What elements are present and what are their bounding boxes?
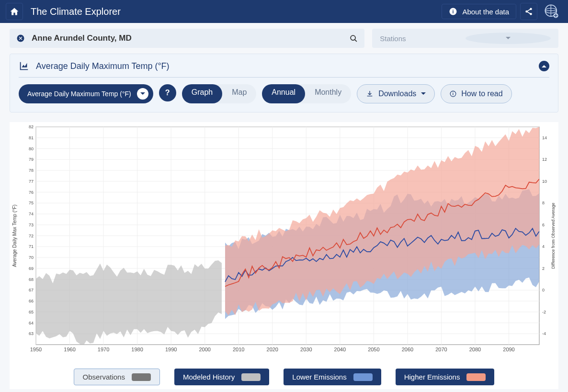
help-button[interactable]: ? <box>159 84 176 101</box>
monthly-toggle[interactable]: Monthly <box>305 84 351 103</box>
climate-chart[interactable]: 6364656667686970717273747576777879808182… <box>10 122 558 359</box>
svg-text:71: 71 <box>29 244 34 249</box>
svg-text:1950: 1950 <box>30 347 42 352</box>
svg-text:73: 73 <box>29 223 34 227</box>
svg-text:66: 66 <box>29 299 34 303</box>
home-button[interactable] <box>6 3 23 20</box>
clear-location-button[interactable] <box>16 34 25 43</box>
svg-text:2060: 2060 <box>402 347 413 352</box>
svg-text:Average Daily Max Temp (°F): Average Daily Max Temp (°F) <box>12 204 17 267</box>
svg-text:72: 72 <box>29 234 34 238</box>
annual-toggle[interactable]: Annual <box>262 84 305 103</box>
svg-text:4: 4 <box>542 244 545 249</box>
svg-text:0: 0 <box>542 288 545 292</box>
svg-text:2040: 2040 <box>334 347 346 352</box>
variable-label: Average Daily Maximum Temp (°F) <box>27 90 131 98</box>
period-toggle: Annual Monthly <box>262 84 351 103</box>
swatch-red <box>466 373 486 381</box>
location-search-button[interactable] <box>350 34 358 43</box>
svg-text:1990: 1990 <box>165 347 177 352</box>
app-header: The Climate Explorer i About the data <box>0 0 568 23</box>
location-bar: Anne Arundel County, MD <box>10 29 364 48</box>
legend-higher-emissions[interactable]: Higher Emissions <box>396 369 495 385</box>
svg-text:2: 2 <box>542 266 545 271</box>
svg-point-9 <box>351 35 355 40</box>
legend-modeled-history[interactable]: Modeled History <box>174 369 269 385</box>
svg-text:75: 75 <box>29 201 34 205</box>
svg-text:2020: 2020 <box>267 347 278 352</box>
chart-legend: Observations Modeled History Lower Emiss… <box>10 359 558 389</box>
svg-text:2090: 2090 <box>503 347 514 352</box>
chevron-down-icon <box>137 88 148 100</box>
svg-text:14: 14 <box>542 135 547 140</box>
svg-text:68: 68 <box>29 277 34 282</box>
svg-text:70: 70 <box>29 255 34 260</box>
panel-collapse-button[interactable] <box>539 61 549 71</box>
svg-text:2000: 2000 <box>199 347 210 352</box>
panel-title: Average Daily Maximum Temp (°F) <box>36 61 532 71</box>
svg-text:Difference from Observed Avera: Difference from Observed Average <box>551 202 556 269</box>
legend-lower-label: Lower Emissions <box>292 373 346 381</box>
svg-text:63: 63 <box>29 331 34 336</box>
map-toggle[interactable]: Map <box>222 84 256 103</box>
globe-settings-button[interactable] <box>541 3 562 20</box>
chevron-down-icon <box>466 33 551 44</box>
svg-text:12: 12 <box>542 157 547 162</box>
graph-toggle[interactable]: Graph <box>182 84 222 103</box>
share-button[interactable] <box>520 3 537 20</box>
close-circle-icon <box>16 34 25 43</box>
chevron-up-icon <box>542 65 546 67</box>
about-label: About the data <box>462 8 509 16</box>
home-icon <box>10 7 19 16</box>
location-name: Anne Arundel County, MD <box>32 34 350 43</box>
chevron-down-icon <box>421 92 426 95</box>
legend-obs-label: Observations <box>83 373 125 381</box>
legend-observations[interactable]: Observations <box>74 369 160 385</box>
about-data-button[interactable]: i About the data <box>442 4 516 19</box>
svg-text:76: 76 <box>29 190 34 195</box>
svg-text:8: 8 <box>542 201 545 205</box>
svg-text:2030: 2030 <box>300 347 312 352</box>
swatch-lightgray <box>241 373 261 381</box>
svg-text:69: 69 <box>29 266 34 271</box>
svg-text:2070: 2070 <box>435 347 447 352</box>
svg-text:81: 81 <box>29 135 34 140</box>
svg-text:i: i <box>453 9 454 14</box>
how-to-read-label: How to read <box>461 90 502 98</box>
chart-line-icon <box>19 61 29 71</box>
svg-text:1980: 1980 <box>131 347 143 352</box>
panel-header: Average Daily Maximum Temp (°F) <box>19 61 549 78</box>
question-icon: ? <box>165 89 170 97</box>
svg-text:i: i <box>453 92 454 96</box>
svg-text:1970: 1970 <box>98 347 109 352</box>
legend-modeled-label: Modeled History <box>183 373 235 381</box>
downloads-label: Downloads <box>378 90 416 98</box>
svg-text:77: 77 <box>29 179 34 184</box>
info-icon: i <box>449 7 457 16</box>
downloads-button[interactable]: Downloads <box>357 84 435 103</box>
svg-text:2080: 2080 <box>469 347 481 352</box>
app-title: The Climate Explorer <box>31 6 442 17</box>
how-to-read-button[interactable]: i How to read <box>441 84 511 103</box>
svg-text:67: 67 <box>29 288 34 292</box>
swatch-gray <box>132 373 151 381</box>
chart-container: 6364656667686970717273747576777879808182… <box>10 122 558 389</box>
svg-text:2050: 2050 <box>368 347 379 352</box>
stations-dropdown[interactable]: Stations <box>372 29 558 48</box>
top-search-row: Anne Arundel County, MD Stations <box>0 23 568 54</box>
svg-text:10: 10 <box>542 179 547 184</box>
svg-text:64: 64 <box>29 321 34 325</box>
legend-lower-emissions[interactable]: Lower Emissions <box>284 369 381 385</box>
svg-text:79: 79 <box>29 157 34 162</box>
svg-text:78: 78 <box>29 168 34 173</box>
svg-text:6: 6 <box>542 223 545 227</box>
svg-text:-2: -2 <box>542 310 546 314</box>
control-row: Average Daily Maximum Temp (°F) ? Graph … <box>19 84 549 103</box>
legend-higher-label: Higher Emissions <box>404 373 460 381</box>
variable-dropdown[interactable]: Average Daily Maximum Temp (°F) <box>19 84 153 103</box>
stations-placeholder: Stations <box>380 34 465 43</box>
svg-text:82: 82 <box>29 124 34 129</box>
variable-panel: Average Daily Maximum Temp (°F) Average … <box>10 54 558 112</box>
svg-text:-4: -4 <box>542 331 546 336</box>
svg-text:2010: 2010 <box>233 347 244 352</box>
